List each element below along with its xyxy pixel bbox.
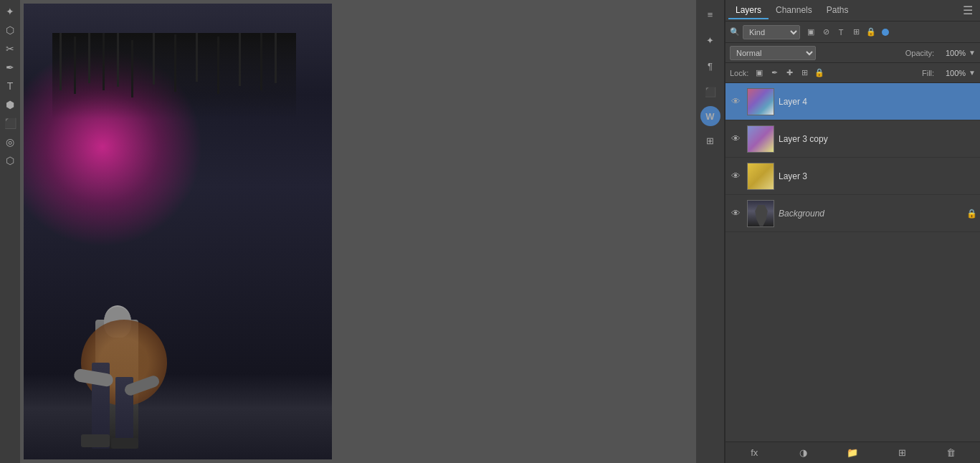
lock-draw-icon[interactable]: ✒ <box>768 67 781 80</box>
tool-crop[interactable]: ✂ <box>1 40 19 57</box>
filter-smart-icon[interactable]: 🔒 <box>865 26 877 39</box>
tool-shape[interactable]: ⬢ <box>1 96 19 113</box>
layer3-visibility-toggle[interactable]: 👁 <box>728 169 743 183</box>
filter-pixel-icon[interactable]: ▣ <box>804 26 817 39</box>
photo-person-area <box>52 33 296 449</box>
panel-menu-button[interactable]: ☰ <box>958 2 977 19</box>
tool-lasso[interactable]: ⬡ <box>1 22 19 39</box>
delete-layer-button[interactable]: 🗑 <box>943 445 959 461</box>
background-thumbnail <box>747 200 774 227</box>
filter-shape-icon[interactable]: ⊞ <box>850 26 862 39</box>
tool-fill[interactable]: ⬛ <box>1 115 19 132</box>
side-icon-stamp[interactable]: ⊞ <box>699 129 722 152</box>
opacity-label: Opacity: <box>905 49 934 57</box>
opacity-value[interactable]: 100% <box>937 49 966 57</box>
background-name: Background <box>779 209 964 219</box>
layer3copy-thumbnail <box>747 125 774 153</box>
filter-active-dot <box>882 29 889 36</box>
layer4-thumbnail <box>747 88 774 115</box>
layer3copy-name: Layer 3 copy <box>779 134 977 144</box>
layer4-name: Layer 4 <box>779 97 977 107</box>
search-icon: 🔍 <box>730 27 740 37</box>
side-icon-paragraph[interactable]: ¶ <box>699 54 722 77</box>
filter-adjust-icon[interactable]: ⊘ <box>819 26 832 39</box>
layers-list: 👁 Layer 4 👁 Layer 3 copy 👁 Layer 3 👁 Bac… <box>726 83 980 441</box>
side-icon-bar: ≡ ✦ ¶ ⬛ W ⊞ <box>696 0 725 463</box>
canvas-area <box>20 0 696 463</box>
layer3-name: Layer 3 <box>779 171 977 181</box>
tool-dodge[interactable]: ◎ <box>1 133 19 151</box>
layer-item-layer3[interactable]: 👁 Layer 3 <box>726 158 980 195</box>
tab-layers[interactable]: Layers <box>728 2 769 19</box>
layer-item-background[interactable]: 👁 Background 🔒 <box>726 195 980 232</box>
fill-arrow: ▼ <box>969 69 976 77</box>
tab-channels[interactable]: Channels <box>769 2 819 19</box>
tool-brush[interactable]: ✒ <box>1 59 19 76</box>
layer4-visibility-toggle[interactable]: 👁 <box>728 95 743 109</box>
new-layer-button[interactable]: ⊞ <box>894 445 910 461</box>
background-lock-icon: 🔒 <box>966 209 977 219</box>
fill-label: Fill: <box>922 69 934 77</box>
tool-pen[interactable]: ⬡ <box>1 152 19 169</box>
fill-value[interactable]: 100% <box>937 69 966 77</box>
side-icon-box[interactable]: ⬛ <box>699 80 722 103</box>
tool-move[interactable]: ✦ <box>1 3 19 20</box>
side-icon-w[interactable]: W <box>700 106 720 126</box>
blend-opacity-row: Normal Opacity: 100% ▼ <box>726 43 980 63</box>
layer-item-layer4[interactable]: 👁 Layer 4 <box>726 83 980 120</box>
layers-panel: Layers Channels Paths ☰ 🔍 Kind ▣ ⊘ T ⊞ 🔒… <box>725 0 980 463</box>
lock-fill-row: Lock: ▣ ✒ ✚ ⊞ 🔒 Fill: 100% ▼ <box>726 63 980 83</box>
shoe-left <box>81 434 110 447</box>
lock-pixel-icon[interactable]: ▣ <box>753 67 766 80</box>
layer-item-layer3copy[interactable]: 👁 Layer 3 copy <box>726 120 980 158</box>
lock-label: Lock: <box>730 69 748 77</box>
tree-trunks <box>60 33 62 90</box>
side-icon-star[interactable]: ✦ <box>699 29 722 52</box>
tool-type[interactable]: T <box>1 77 19 95</box>
trees-bg <box>52 33 296 119</box>
lock-all-icon[interactable]: 🔒 <box>813 67 826 80</box>
layer3-thumbnail <box>747 163 774 190</box>
filter-type-icon[interactable]: T <box>834 26 847 39</box>
shoe-right <box>111 438 138 449</box>
add-mask-button[interactable]: ◑ <box>796 445 812 461</box>
kind-filter-row: 🔍 Kind ▣ ⊘ T ⊞ 🔒 <box>726 22 980 43</box>
panel-tabs: Layers Channels Paths ☰ <box>726 0 980 22</box>
tab-paths[interactable]: Paths <box>819 2 856 19</box>
background-visibility-toggle[interactable]: 👁 <box>728 206 743 221</box>
add-style-button[interactable]: fx <box>746 445 762 461</box>
layers-bottom-toolbar: fx ◑ 📁 ⊞ 🗑 <box>726 441 980 463</box>
blend-mode-dropdown[interactable]: Normal <box>730 46 816 60</box>
lock-artboard-icon[interactable]: ⊞ <box>798 67 811 80</box>
left-toolbar: ✦ ⬡ ✂ ✒ T ⬢ ⬛ ◎ ⬡ <box>0 0 20 463</box>
photo-canvas <box>24 4 332 459</box>
side-icon-options[interactable]: ≡ <box>699 3 722 26</box>
opacity-arrow: ▼ <box>969 49 976 57</box>
lock-icons: ▣ ✒ ✚ ⊞ 🔒 <box>753 67 826 80</box>
layer3copy-visibility-toggle[interactable]: 👁 <box>728 132 743 146</box>
lock-move-icon[interactable]: ✚ <box>783 67 796 80</box>
filter-icons: ▣ ⊘ T ⊞ 🔒 <box>804 26 877 39</box>
kind-dropdown[interactable]: Kind <box>743 25 800 39</box>
new-group-button[interactable]: 📁 <box>845 445 860 461</box>
bg-thumb-person <box>753 205 769 226</box>
